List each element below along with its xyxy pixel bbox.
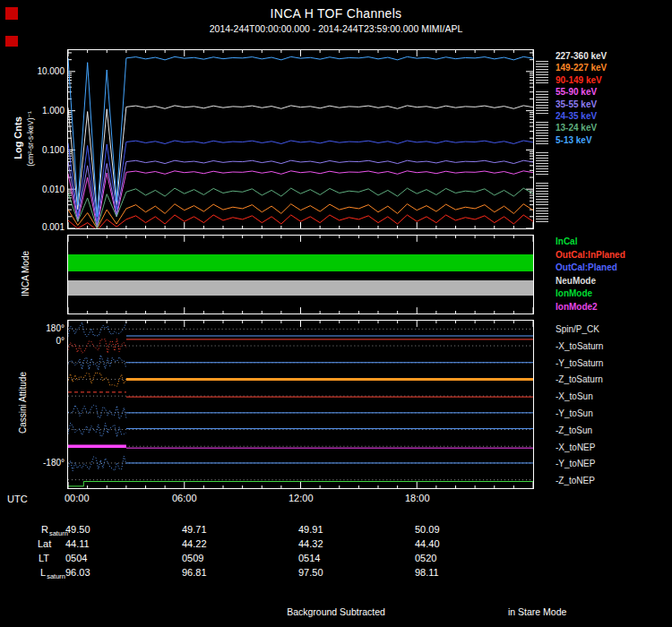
ephemeris-value: 96.03 bbox=[65, 567, 90, 578]
ephemeris-row-label: Lat bbox=[38, 538, 51, 549]
attitude-legend-entry: -X_toSun bbox=[556, 389, 603, 406]
pha-tick-stack bbox=[536, 152, 548, 176]
attitude-legend-entry: -Y_toSun bbox=[556, 406, 603, 423]
attitude-legend: Spin/P_CK-X_toSaturn-Y_toSaturn-Z_toSatu… bbox=[556, 322, 603, 490]
legend-entry: 90-149 keV bbox=[556, 74, 607, 86]
attitude-chart bbox=[68, 321, 533, 488]
ephemeris-value: 44.11 bbox=[65, 538, 90, 549]
ephemeris-value: 0520 bbox=[415, 553, 436, 563]
attitude-y-tick: 0° bbox=[23, 336, 65, 346]
inca-mode-panel bbox=[67, 235, 534, 314]
mode-legend: InCalOutCal:InPlanedOutCal:PlanedNeuMode… bbox=[556, 236, 625, 314]
attitude-legend-entry: -Z_toSaturn bbox=[556, 372, 603, 389]
pha-tick-stack bbox=[536, 91, 548, 115]
inca-tof-plot: INCA H TOF Channels 2014-244T00:00:00.00… bbox=[0, 0, 672, 627]
x-tick-label: 12:00 bbox=[289, 493, 314, 503]
legend-entry: 13-24 keV bbox=[556, 122, 607, 133]
attitude-legend-entry: -X_toSaturn bbox=[556, 339, 603, 356]
ephemeris-value: 96.81 bbox=[182, 567, 207, 578]
mode-legend-entry: IonMode bbox=[556, 288, 625, 301]
x-tick-label: 00:00 bbox=[65, 493, 90, 503]
ephemeris-value: 50.09 bbox=[415, 524, 440, 535]
ephemeris-value: 0514 bbox=[298, 553, 320, 563]
ephemeris-value: 44.40 bbox=[415, 538, 440, 549]
attitude-y-axis-title: Cassini Attitude bbox=[18, 314, 28, 493]
page-title: INCA H TOF Channels bbox=[0, 6, 672, 21]
ephemeris-row-label: Lsaturn bbox=[40, 567, 65, 578]
x-tick-label: 06:00 bbox=[172, 493, 197, 503]
red-marker bbox=[5, 36, 18, 47]
time-range-subtitle: 2014-244T00:00:00.000 - 2014-244T23:59:0… bbox=[0, 23, 672, 34]
attitude-legend-entry: -Y_toNEP bbox=[556, 456, 603, 473]
mode-bars bbox=[68, 236, 533, 314]
attitude-panel bbox=[67, 320, 534, 489]
mode-legend-entry: OutCal:Planed bbox=[556, 262, 625, 275]
pha-tick-stack bbox=[536, 208, 548, 224]
mode-legend-entry: OutCal:InPlaned bbox=[556, 249, 625, 262]
pha-tick-stack bbox=[536, 122, 548, 145]
ephemeris-value: 49.91 bbox=[298, 524, 323, 535]
energy-channel-legend: 227-360 keV149-227 keV90-149 keV55-90 ke… bbox=[556, 50, 607, 146]
ephemeris-value: 0509 bbox=[182, 553, 203, 563]
ephemeris-value: 0504 bbox=[65, 553, 87, 563]
ephemeris-value: 44.22 bbox=[182, 538, 207, 549]
attitude-legend-entry: -Y_toSaturn bbox=[556, 356, 603, 373]
mode-legend-entry: IonMode2 bbox=[556, 301, 625, 314]
legend-entry: 55-90 keV bbox=[556, 86, 607, 98]
legend-entry: 149-227 keV bbox=[556, 62, 607, 73]
mode-bar bbox=[68, 280, 533, 296]
legend-entry: 24-35 keV bbox=[556, 110, 607, 122]
legend-entry: 35-55 keV bbox=[556, 99, 607, 110]
attitude-y-tick: -180° bbox=[23, 458, 65, 468]
attitude-legend-entry: -X_toNEP bbox=[556, 440, 603, 457]
mode-bar bbox=[68, 254, 533, 271]
attitude-legend-entry: -Z_toNEP bbox=[556, 473, 603, 490]
ephemeris-value: 49.71 bbox=[182, 524, 207, 535]
legend-entry: 227-360 keV bbox=[556, 50, 607, 62]
ephemeris-row-label: LT bbox=[39, 553, 49, 563]
stare-mode-note: in Stare Mode bbox=[508, 606, 566, 617]
legend-entry: 5-13 keV bbox=[556, 134, 607, 146]
ephemeris-value: 97.50 bbox=[298, 567, 323, 578]
ephemeris-row-label: Rsaturn bbox=[41, 524, 67, 535]
mode-legend-entry: InCal bbox=[556, 236, 625, 249]
ephemeris-value: 44.32 bbox=[298, 538, 323, 549]
red-marker bbox=[5, 7, 18, 20]
x-tick-label: 18:00 bbox=[405, 493, 430, 503]
pha-tick-stack bbox=[536, 183, 548, 206]
background-subtracted-note: Background Subtracted bbox=[287, 606, 385, 617]
pha-tick-stack bbox=[536, 61, 548, 84]
utc-axis-label: UTC bbox=[7, 494, 28, 504]
attitude-legend-entry: -Z_toSun bbox=[556, 423, 603, 440]
mode-legend-entry: NeuMode bbox=[556, 275, 625, 288]
attitude-legend-entry: Spin/P_CK bbox=[556, 322, 603, 339]
attitude-y-tick: 180° bbox=[23, 323, 65, 333]
ephemeris-value: 49.50 bbox=[65, 524, 90, 535]
counts-chart bbox=[68, 50, 533, 228]
counts-panel bbox=[67, 49, 534, 229]
ephemeris-value: 98.11 bbox=[415, 567, 439, 578]
